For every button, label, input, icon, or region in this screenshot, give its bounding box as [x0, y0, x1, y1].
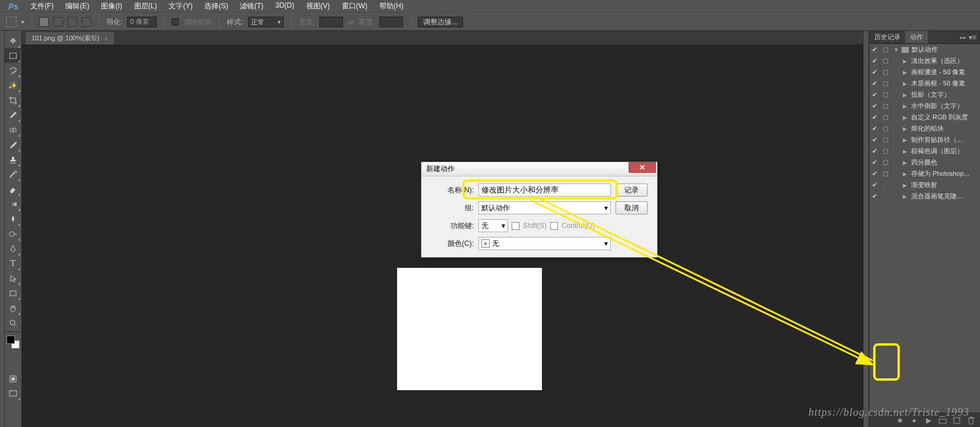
blur-tool[interactable] [5, 211, 21, 226]
dialog-toggle-icon[interactable] [883, 126, 888, 131]
dialog-toggle-icon[interactable] [883, 172, 888, 176]
dialog-toggle-icon[interactable] [883, 160, 888, 165]
disclosure-right-icon[interactable]: ▶ [899, 69, 910, 75]
eyedropper-tool[interactable] [5, 107, 21, 122]
action-item[interactable]: ✔▶投影（文字） [870, 89, 980, 100]
check-icon[interactable]: ✔ [870, 181, 880, 189]
tab-actions[interactable]: 动作 [905, 31, 928, 43]
color-swatches[interactable] [5, 336, 21, 353]
menu-file[interactable]: 文件(F) [24, 0, 59, 12]
document-tab[interactable]: 101.png @ 100%(索引) × [26, 32, 114, 45]
dialog-toggle-icon[interactable] [883, 115, 888, 120]
menu-layer[interactable]: 图层(L) [128, 0, 163, 12]
check-icon[interactable]: ✔ [870, 91, 880, 99]
disclosure-right-icon[interactable]: ▶ [899, 81, 910, 87]
dialog-toggle-icon[interactable] [883, 70, 888, 75]
gradient-tool[interactable] [5, 197, 21, 211]
dialog-toggle-icon[interactable] [883, 48, 888, 52]
menu-3d[interactable]: 3D(D) [269, 0, 300, 12]
action-item[interactable]: ✔▶制作剪贴路径（... [870, 134, 980, 146]
menu-window[interactable]: 窗口(W) [336, 0, 373, 12]
check-icon[interactable]: ✔ [870, 113, 880, 121]
name-input[interactable] [478, 184, 611, 197]
action-item[interactable]: ✔▶棕褐色调（图层） [870, 146, 980, 157]
eraser-tool[interactable] [5, 182, 21, 197]
menu-image[interactable]: 图像(I) [95, 0, 128, 12]
hand-tool[interactable] [5, 301, 21, 315]
dialog-toggle-icon[interactable] [883, 93, 888, 97]
crop-tool[interactable] [5, 93, 21, 107]
disclosure-down-icon[interactable]: ▼ [891, 47, 902, 53]
dodge-tool[interactable] [5, 226, 21, 241]
history-brush-tool[interactable] [5, 167, 21, 182]
tab-history[interactable]: 历史记录 [870, 31, 905, 43]
wand-tool[interactable]: ✨ [5, 78, 21, 93]
dialog-close-button[interactable]: ✕ [629, 162, 656, 173]
marquee-tool[interactable] [5, 48, 21, 63]
action-item[interactable]: ✔▶水中倒影（文字） [870, 100, 980, 112]
check-icon[interactable]: ✔ [870, 192, 880, 200]
cancel-button[interactable]: 取消 [616, 201, 648, 214]
action-item[interactable]: ✔▶淡出效果（选区） [870, 55, 980, 67]
collapsed-panel-strip[interactable] [863, 31, 869, 427]
check-icon[interactable]: ✔ [870, 159, 880, 166]
move-tool[interactable]: ✥ [5, 33, 21, 48]
disclosure-right-icon[interactable]: ▶ [899, 194, 910, 200]
action-item[interactable]: ✔▶四分颜色 [870, 157, 980, 168]
stamp-tool[interactable] [5, 152, 21, 167]
menu-help[interactable]: 帮助(H) [373, 0, 410, 12]
disclosure-right-icon[interactable]: ▶ [899, 92, 910, 98]
check-icon[interactable]: ✔ [870, 170, 880, 178]
path-select-tool[interactable] [5, 271, 21, 286]
disclosure-right-icon[interactable]: ▶ [899, 103, 910, 109]
quickmask-toggle[interactable] [5, 371, 21, 386]
check-icon[interactable]: ✔ [870, 125, 880, 132]
menu-filter[interactable]: 滤镜(T) [234, 0, 269, 12]
record-button[interactable]: 记录 [616, 184, 648, 197]
check-icon[interactable]: ✔ [870, 102, 880, 110]
action-item[interactable]: ✔▶自定义 RGB 到灰度 [870, 112, 980, 123]
fg-color-swatch[interactable] [7, 336, 15, 344]
marquee-sub-icon[interactable] [68, 17, 77, 27]
style-select[interactable]: 正常▾ [248, 17, 284, 27]
marquee-int-icon[interactable] [82, 17, 91, 27]
artboard[interactable] [397, 268, 542, 390]
zoom-tool[interactable] [5, 315, 21, 330]
disclosure-right-icon[interactable]: ▶ [899, 148, 910, 154]
chevron-down-icon[interactable]: ▾ [21, 19, 24, 25]
disclosure-right-icon[interactable]: ▶ [899, 182, 910, 188]
disclosure-right-icon[interactable]: ▶ [899, 137, 910, 143]
feather-input[interactable]: 0 像素 [127, 17, 157, 27]
fnkey-select[interactable]: 无▾ [478, 219, 508, 232]
screen-mode-toggle[interactable] [5, 386, 21, 401]
disclosure-right-icon[interactable]: ▶ [899, 126, 910, 132]
action-item[interactable]: ✔▶渐变映射 [870, 179, 980, 191]
color-select[interactable]: ×无 ▾ [478, 237, 611, 250]
menu-edit[interactable]: 编辑(E) [59, 0, 95, 12]
action-item[interactable]: ✔▶画框通道 - 50 像素 [870, 67, 980, 78]
action-item[interactable]: ✔▶混合器画笔克隆... [870, 191, 980, 202]
action-item[interactable]: ✔▶存储为 Photoshop... [870, 168, 980, 179]
action-item[interactable]: ✔▶熔化的铅块 [870, 123, 980, 134]
brush-tool[interactable] [5, 137, 21, 152]
check-icon[interactable]: ✔ [870, 57, 880, 65]
dialog-toggle-icon[interactable] [883, 81, 888, 86]
menu-view[interactable]: 视图(V) [300, 0, 336, 12]
expand-icon[interactable]: ▸▸ [960, 34, 966, 40]
type-tool[interactable]: T [5, 256, 21, 271]
disclosure-right-icon[interactable]: ▶ [899, 171, 910, 177]
disclosure-right-icon[interactable]: ▶ [899, 115, 910, 121]
group-select[interactable]: 默认动作▾ [478, 201, 611, 214]
refine-edge-button[interactable]: 调整边缘... [418, 17, 463, 27]
dialog-toggle-icon[interactable] [883, 104, 888, 109]
close-icon[interactable]: × [104, 35, 108, 42]
collapse-strip[interactable] [0, 31, 5, 427]
shape-tool[interactable] [5, 286, 21, 301]
check-icon[interactable]: ✔ [870, 80, 880, 87]
tool-preset-button[interactable] [6, 17, 17, 27]
heal-tool[interactable] [5, 122, 21, 137]
dialog-titlebar[interactable]: 新建动作 ✕ [421, 162, 657, 176]
marquee-add-icon[interactable] [53, 17, 63, 27]
dialog-toggle-icon[interactable] [883, 59, 888, 64]
actions-root[interactable]: ✔ ▼ 默认动作 [870, 44, 980, 55]
